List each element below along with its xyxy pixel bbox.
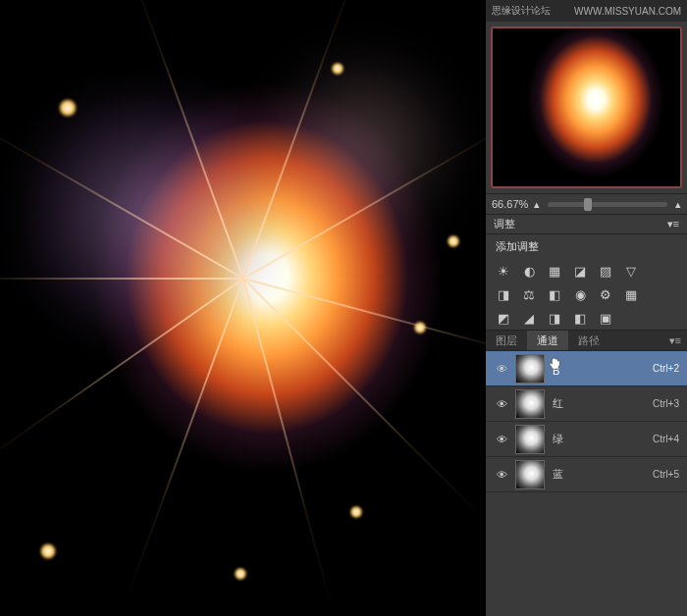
adjustment-icons-row-2: ◨ ⚖ ◧ ◉ ⚙ ▦ (486, 282, 687, 306)
tab-layers[interactable]: 图层 (486, 331, 527, 350)
watermark-bar: 思缘设计论坛 WWW.MISSYUAN.COM (486, 0, 687, 22)
channel-shortcut: Ctrl+5 (653, 469, 679, 480)
adjustment-icons-row-1: ☀ ◐ ▦ ◪ ▨ ▽ (486, 259, 687, 282)
spark (331, 62, 344, 76)
spark (39, 542, 57, 560)
levels-icon[interactable]: ◐ (521, 263, 537, 279)
triangle-icon[interactable]: ▽ (623, 263, 639, 279)
document-canvas[interactable] (0, 0, 486, 616)
gradient-map-icon[interactable]: ◧ (572, 310, 588, 326)
channel-row-B[interactable]: 👁BCtrl+2 (486, 351, 687, 386)
spark (349, 505, 363, 519)
adjustment-icons-row-3: ◩ ◢ ◨ ◧ ▣ (486, 306, 687, 330)
channel-thumbnail (515, 354, 545, 384)
channel-name: 蓝 (553, 467, 653, 482)
photo-filter-icon[interactable]: ◉ (572, 286, 588, 302)
channels-list: 👁BCtrl+2👁红Ctrl+3👁绿Ctrl+4👁蓝Ctrl+5 (486, 351, 687, 616)
selective-color-icon[interactable]: ▣ (598, 310, 613, 326)
visibility-icon[interactable]: 👁 (494, 396, 509, 412)
hue-sat-icon[interactable]: ◨ (496, 286, 511, 302)
adjustments-title: 调整 (494, 217, 515, 231)
watermark-right: WWW.MISSYUAN.COM (574, 6, 681, 17)
panel-menu-icon[interactable]: ▾≡ (663, 331, 687, 350)
zoom-value: 66.67% (492, 198, 528, 210)
zoom-slider-knob[interactable] (584, 198, 592, 211)
channel-name: 红 (553, 396, 653, 411)
channel-row-蓝[interactable]: 👁蓝Ctrl+5 (486, 457, 687, 492)
zoom-bar: 66.67% ▴ ▴ (486, 193, 687, 215)
channel-row-绿[interactable]: 👁绿Ctrl+4 (486, 422, 687, 457)
light-ray (242, 278, 486, 522)
preview-thumbnail (493, 28, 680, 186)
channel-shortcut: Ctrl+2 (653, 363, 679, 374)
tab-paths[interactable]: 路径 (568, 331, 609, 350)
zoom-in-icon[interactable]: ▴ (675, 198, 681, 211)
channel-row-红[interactable]: 👁红Ctrl+3 (486, 386, 687, 422)
light-ray (242, 278, 334, 610)
lookup-icon[interactable]: ▦ (623, 286, 639, 302)
channel-thumbnail (515, 425, 545, 454)
spark (447, 234, 460, 248)
panel-menu-icon[interactable]: ▾≡ (667, 218, 679, 231)
spark (234, 567, 247, 581)
adjustments-subtitle: 添加调整 (486, 234, 687, 259)
tab-channels[interactable]: 通道 (527, 331, 568, 350)
smoke-cloud (25, 92, 270, 337)
explosion-image (0, 0, 486, 616)
channel-thumbnail (515, 460, 545, 489)
invert-icon[interactable]: ◩ (496, 310, 511, 326)
channel-name: 绿 (553, 432, 653, 446)
color-balance-icon[interactable]: ⚖ (521, 286, 537, 302)
visibility-icon[interactable]: 👁 (494, 467, 509, 483)
light-ray (242, 278, 486, 369)
adjustments-panel-header[interactable]: 调整 ▾≡ (486, 215, 687, 234)
visibility-icon[interactable]: 👁 (494, 432, 509, 447)
smoke-cloud (265, 49, 461, 245)
watermark-left: 思缘设计论坛 (492, 4, 551, 18)
channel-thumbnail (515, 389, 545, 419)
channel-name: B (553, 361, 653, 377)
vibrance-icon[interactable]: ▨ (598, 263, 613, 279)
light-ray (0, 278, 243, 280)
channel-shortcut: Ctrl+3 (653, 398, 679, 409)
exposure-icon[interactable]: ◪ (572, 263, 588, 279)
brightness-icon[interactable]: ☀ (496, 263, 511, 279)
posterize-icon[interactable]: ◢ (521, 310, 537, 326)
navigator-preview[interactable] (491, 26, 682, 188)
curves-icon[interactable]: ▦ (547, 263, 562, 279)
channel-mixer-icon[interactable]: ⚙ (598, 286, 613, 302)
spark (413, 321, 427, 334)
channel-shortcut: Ctrl+4 (653, 434, 679, 444)
panels-sidebar: 思缘设计论坛 WWW.MISSYUAN.COM 66.67% ▴ ▴ 调整 ▾≡… (486, 0, 687, 616)
visibility-icon[interactable]: 👁 (494, 361, 509, 377)
bw-icon[interactable]: ◧ (547, 286, 562, 302)
zoom-out-icon[interactable]: ▴ (534, 198, 540, 211)
zoom-slider[interactable] (548, 202, 667, 207)
threshold-icon[interactable]: ◨ (547, 310, 562, 326)
panel-tabs: 图层 通道 路径 ▾≡ (486, 330, 687, 351)
